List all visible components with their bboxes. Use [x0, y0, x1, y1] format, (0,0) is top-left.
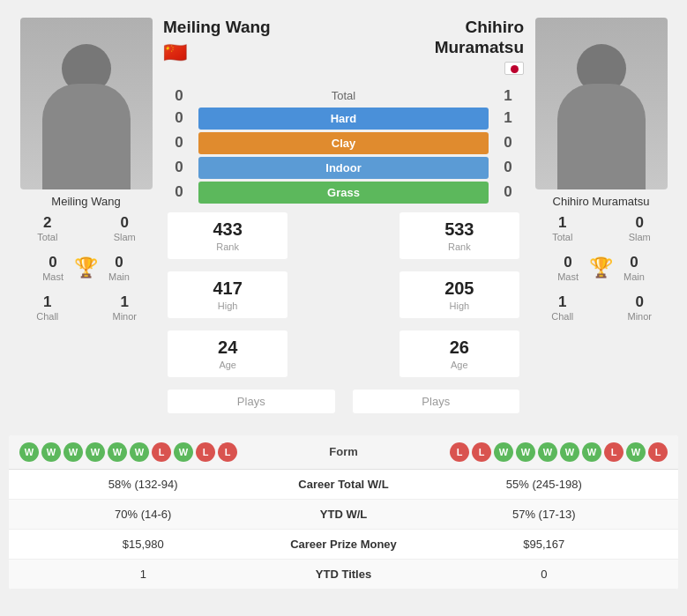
left-player-name: Meiling Wang [163, 18, 344, 38]
left-chall-minor-stats: 1 Chall 1 Minor [9, 287, 163, 328]
right-form-badge-w: W [626, 442, 646, 462]
right-main-value: 0 [630, 254, 638, 271]
hard-button[interactable]: Hard [198, 108, 489, 130]
left-age-value: 24 [176, 338, 279, 358]
clay-score-right: 0 [492, 134, 524, 152]
indoor-button[interactable]: Indoor [198, 157, 489, 179]
right-high-value: 205 [408, 278, 511, 299]
right-main-stat: 0 Main [624, 251, 645, 285]
right-slam-stat: 0 Slam [601, 212, 679, 245]
right-player-photo [535, 18, 668, 189]
left-chall-label: Chall [36, 311, 58, 322]
left-player-body-silhouette [42, 84, 131, 189]
stat-row-0: 58% (132-94) Career Total W/L 55% (245-1… [9, 470, 678, 500]
main-container: Meiling Wang 2 Total 0 Slam 0 Mast 🏆 [0, 0, 687, 598]
right-form-badge-w: W [582, 442, 601, 462]
left-age-box: 24 Age [168, 330, 287, 377]
left-total-stat: 2 Total [9, 212, 86, 245]
right-high-box: 205 High [400, 271, 519, 318]
left-minor-stat: 1 Minor [86, 291, 164, 324]
left-rank-label: Rank [176, 241, 279, 252]
rank-high-boxes-left: 433 Rank 533 Rank [163, 210, 524, 262]
left-trophy-row: 0 Mast 🏆 0 Main [9, 249, 163, 287]
total-label: Total [198, 89, 489, 102]
grass-button[interactable]: Grass [198, 182, 489, 204]
right-chall-label: Chall [551, 311, 573, 322]
left-form-badge-w: W [41, 442, 61, 462]
right-player-flag [344, 62, 525, 78]
left-form-badge-w: W [86, 442, 105, 462]
left-high-value: 417 [176, 278, 279, 299]
right-rank-label: Rank [408, 241, 511, 252]
clay-button[interactable]: Clay [198, 132, 489, 154]
right-player-name-section: Chihiro Muramatsu [344, 18, 525, 78]
stat-left-0: 58% (132-94) [22, 478, 265, 491]
right-form-badge-w: W [494, 442, 513, 462]
middle-column: Meiling Wang 🇨🇳 Chihiro Muramatsu [163, 18, 524, 419]
stat-right-1: 57% (17-13) [423, 508, 666, 521]
right-player-name-line2: Muramatsu [344, 38, 525, 58]
right-total-value: 1 [558, 214, 566, 232]
right-chall-value: 1 [558, 293, 566, 311]
left-player-flag: 🇨🇳 [163, 41, 344, 64]
right-total-stat: 1 Total [524, 212, 601, 245]
form-row: WWWWWWLWLL Form LLWWWWWLWL [9, 435, 678, 470]
left-total-label: Total [37, 232, 57, 242]
right-trophy-icon: 🏆 [589, 256, 613, 279]
stat-row-2: $15,980 Career Prize Money $95,167 [9, 530, 678, 560]
stat-left-1: 70% (14-6) [22, 508, 265, 521]
left-player-name-section: Meiling Wang 🇨🇳 [163, 18, 344, 64]
right-mast-label: Mast [557, 271, 579, 282]
right-minor-label: Minor [627, 311, 652, 322]
form-label: Form [300, 445, 388, 458]
clay-row: 0 Clay 0 [163, 132, 524, 154]
stat-row-1: 70% (14-6) YTD W/L 57% (17-13) [9, 500, 678, 530]
high-boxes: 417 High 205 High [163, 269, 524, 321]
right-form-badge-w: W [560, 442, 579, 462]
left-player-column: Meiling Wang 2 Total 0 Slam 0 Mast 🏆 [9, 18, 163, 419]
right-rank-value: 533 [408, 219, 511, 240]
hard-score-right: 1 [492, 109, 524, 127]
right-high-label: High [408, 301, 511, 311]
stat-right-0: 55% (245-198) [423, 478, 666, 491]
total-score-left: 0 [163, 87, 195, 105]
right-form-badge-l: L [648, 442, 668, 462]
indoor-row: 0 Indoor 0 [163, 157, 524, 179]
left-form-badge-w: W [19, 442, 39, 462]
left-plays-box: Plays [168, 390, 335, 413]
left-form-badge-w: W [130, 442, 149, 462]
total-row: 0 Total 1 [163, 87, 524, 105]
right-total-label: Total [552, 232, 572, 242]
total-score-right: 1 [492, 87, 524, 105]
right-age-value: 26 [408, 338, 511, 358]
left-form-badge-w: W [174, 442, 193, 462]
left-total-value: 2 [43, 214, 51, 232]
stat-row-3: 1 YTD Titles 0 [9, 560, 678, 590]
right-form-badges: LLWWWWWLWL [388, 442, 668, 462]
right-main-label: Main [624, 271, 645, 282]
left-form-badge-w: W [63, 442, 83, 462]
surface-scores-table: 0 Total 1 0 Hard 1 0 Clay 0 0 Indoor [163, 85, 524, 206]
left-form-badge-l: L [218, 442, 237, 462]
right-minor-stat: 0 Minor [601, 291, 679, 324]
stat-right-3: 0 [423, 568, 666, 581]
left-minor-value: 1 [121, 293, 129, 311]
left-form-badge-l: L [196, 442, 215, 462]
left-high-box: 417 High [168, 271, 287, 318]
right-mast-value: 0 [564, 254, 571, 271]
left-main-stat: 0 Main [108, 251, 130, 285]
left-slam-stat: 0 Slam [86, 212, 164, 245]
left-high-label: High [176, 301, 279, 311]
right-trophy-row: 0 Mast 🏆 0 Main [524, 249, 678, 287]
left-rank-box: 433 Rank [168, 212, 287, 259]
right-player-name-label: Chihiro Muramatsu [524, 195, 678, 208]
left-player-name-label: Meiling Wang [9, 195, 163, 208]
indoor-score-left: 0 [163, 159, 195, 176]
right-mast-stat: 0 Mast [557, 251, 579, 285]
right-player-column: Chihiro Muramatsu 1 Total 0 Slam 0 Mast … [524, 18, 678, 419]
japan-flag-container [504, 62, 524, 75]
stat-center-2: Career Prize Money [265, 538, 423, 551]
left-chall-value: 1 [43, 293, 51, 311]
left-chall-stat: 1 Chall [9, 291, 86, 324]
right-player-stats: 1 Total 0 Slam [524, 208, 678, 249]
